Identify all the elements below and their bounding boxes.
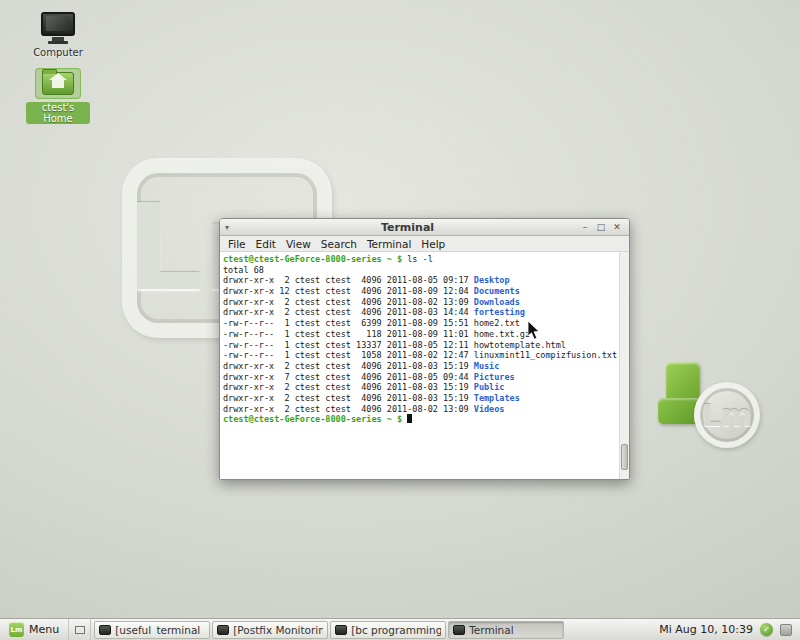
file-name: home2.txt [474, 318, 520, 328]
terminal-line: drwxr-xr-x 2 ctest ctest 4096 2011-08-03… [223, 307, 617, 318]
terminal-line: -rw-r--r-- 1 ctest ctest 13337 2011-08-0… [223, 340, 617, 351]
menu-item-search[interactable]: Search [316, 238, 362, 250]
desktop-icon-label: Computer [33, 47, 83, 58]
terminal-line: -rw-r--r-- 1 ctest ctest 6399 2011-08-09… [223, 318, 617, 329]
task-window-icon [335, 625, 347, 635]
directory-name: Desktop [474, 275, 510, 285]
terminal-line: drwxr-xr-x 2 ctest ctest 4096 2011-08-02… [223, 297, 617, 308]
window-title: Terminal [237, 221, 578, 234]
terminal-line: ctest@ctest-GeForce-8000-series ~ $ ls -… [223, 254, 617, 265]
directory-name: Documents [474, 286, 520, 296]
terminal-line: drwxr-xr-x 12 ctest ctest 4096 2011-08-0… [223, 286, 617, 297]
directory-name: fortesting [474, 307, 525, 317]
task-window-icon [453, 625, 465, 635]
window-menu-icon[interactable]: ▾ [225, 223, 237, 232]
desktop-icon-computer[interactable]: Computer [26, 12, 90, 58]
show-desktop-button[interactable] [69, 619, 91, 640]
terminal-line: drwxr-xr-x 2 ctest ctest 4096 2011-08-03… [223, 393, 617, 404]
taskbar-task-4[interactable]: Terminal [448, 621, 564, 639]
menu-item-edit[interactable]: Edit [251, 238, 281, 250]
taskbar-tasks: [useful_terminal_com...[Postfix Monitori… [91, 619, 567, 640]
directory-name: Downloads [474, 297, 520, 307]
taskbar-task-2[interactable]: [Postfix Monitoring Wi... [212, 621, 328, 639]
terminal-window: ▾ Terminal – □ ✕ FileEditViewSearchTermi… [219, 218, 630, 480]
task-label: [bc programming lan... [351, 624, 441, 636]
terminal-line: -rw-r--r-- 1 ctest ctest 1058 2011-08-02… [223, 350, 617, 361]
tray-icon[interactable] [780, 624, 792, 636]
file-name: howtotemplate.html [474, 340, 566, 350]
desktop-icon-label: ctest's Home [26, 102, 90, 124]
terminal-cursor [407, 414, 412, 423]
mint-menu-icon: Lm [9, 622, 24, 637]
terminal-line: drwxr-xr-x 2 ctest ctest 4096 2011-08-03… [223, 382, 617, 393]
terminal-line: total 68 [223, 265, 617, 276]
system-tray: Mi Aug 10, 10:39 ✓ [651, 619, 800, 640]
mint-badge-watermark: Lm [694, 382, 760, 448]
terminal-line: ctest@ctest-GeForce-8000-series ~ $ [223, 414, 617, 425]
clock[interactable]: Mi Aug 10, 10:39 [659, 623, 753, 636]
taskbar-task-1[interactable]: [useful_terminal_com... [94, 621, 210, 639]
task-label: [useful_terminal_com... [115, 624, 205, 636]
home-folder-icon [42, 72, 74, 95]
menu-button-label: Menu [29, 623, 59, 636]
taskbar: Lm Menu [useful_terminal_com...[Postfix … [0, 618, 800, 640]
computer-icon [41, 12, 75, 44]
directory-name: Pictures [474, 372, 515, 382]
taskbar-task-3[interactable]: [bc programming lan... [330, 621, 446, 639]
directory-name: Videos [474, 404, 505, 414]
terminal-line: drwxr-xr-x 2 ctest ctest 4096 2011-08-02… [223, 404, 617, 415]
task-label: Terminal [469, 624, 513, 636]
terminal-output: ctest@ctest-GeForce-8000-series ~ $ ls -… [223, 254, 617, 479]
directory-name: Music [474, 361, 500, 371]
desktop: Lm Lm Computer ctest's Home ▾ Terminal –… [0, 0, 800, 640]
directory-name: Templates [474, 393, 520, 403]
mint-badge-letter: Lm [702, 398, 752, 433]
scrollbar-track[interactable] [619, 252, 629, 479]
desktop-icon-home[interactable]: ctest's Home [26, 68, 90, 124]
scrollbar-thumb[interactable] [621, 444, 628, 470]
close-button[interactable]: ✕ [610, 221, 624, 234]
file-name: home.txt.gz [474, 329, 530, 339]
maximize-button[interactable]: □ [594, 221, 608, 234]
directory-name: Public [474, 382, 505, 392]
terminal-line: -rw-r--r-- 1 ctest ctest 118 2011-08-09 … [223, 329, 617, 340]
terminal-screen[interactable]: ctest@ctest-GeForce-8000-series ~ $ ls -… [220, 252, 629, 479]
task-window-icon [99, 625, 111, 635]
selection-highlight [35, 68, 81, 99]
terminal-line: drwxr-xr-x 7 ctest ctest 4096 2011-08-05… [223, 372, 617, 383]
minimize-button[interactable]: – [578, 221, 592, 234]
menu-item-file[interactable]: File [223, 238, 251, 250]
task-label: [Postfix Monitoring Wi... [233, 624, 323, 636]
terminal-menu-bar: FileEditViewSearchTerminalHelp [220, 236, 629, 252]
show-desktop-icon [75, 626, 85, 634]
file-name: linuxmint11_compizfusion.txt [474, 350, 617, 360]
update-manager-icon[interactable]: ✓ [760, 623, 773, 636]
terminal-line: drwxr-xr-x 2 ctest ctest 4096 2011-08-05… [223, 275, 617, 286]
menu-item-view[interactable]: View [281, 238, 316, 250]
window-titlebar[interactable]: ▾ Terminal – □ ✕ [220, 219, 629, 236]
mint-cube-icon [666, 362, 700, 402]
menu-item-help[interactable]: Help [416, 238, 450, 250]
menu-item-terminal[interactable]: Terminal [362, 238, 416, 250]
task-window-icon [217, 625, 229, 635]
menu-button[interactable]: Lm Menu [0, 619, 69, 640]
terminal-line: drwxr-xr-x 2 ctest ctest 4096 2011-08-03… [223, 361, 617, 372]
